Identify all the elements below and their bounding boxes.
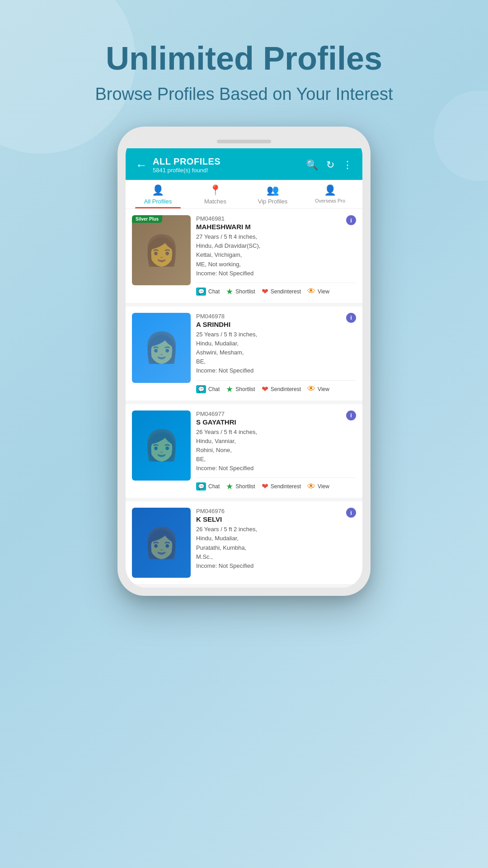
- view-icon-1: 👁: [307, 287, 315, 296]
- tab-bar: 👤 All Profiles 📍 Matches 👥 Vip Profiles …: [126, 180, 362, 209]
- view-button-2[interactable]: 👁 View: [307, 384, 329, 394]
- profile-photo-placeholder-3: 👩: [132, 410, 191, 481]
- profile-info-2: PM046978 A SRINDHI 25 Years / 5 ft 3 inc…: [196, 313, 356, 394]
- tab-overseas-label: Overseas Pro: [315, 198, 345, 203]
- profile-photo-placeholder-2: 👩: [132, 313, 191, 383]
- profile-photo-3[interactable]: 👩: [132, 410, 191, 481]
- view-button-1[interactable]: 👁 View: [307, 287, 329, 296]
- tab-all-profiles-label: All Profiles: [144, 198, 172, 205]
- shortlist-label-2: Shortlist: [235, 386, 255, 392]
- shortlist-icon-3: ★: [226, 481, 233, 491]
- tab-vip-icon: 👥: [267, 184, 279, 196]
- chat-icon-2: 💬: [196, 385, 206, 393]
- tab-all-profiles[interactable]: 👤 All Profiles: [129, 180, 187, 208]
- profile-photo-2[interactable]: 👩: [132, 313, 191, 383]
- view-label-2: View: [318, 386, 329, 392]
- interest-icon-2: ❤: [262, 384, 268, 394]
- chat-label-2: Chat: [208, 386, 220, 392]
- chat-label-3: Chat: [208, 483, 220, 490]
- shortlist-button-3[interactable]: ★ Shortlist: [226, 481, 255, 491]
- interest-label-3: Sendinterest: [271, 483, 301, 490]
- page-header: Unlimited Profiles Browse Profiles Based…: [95, 41, 393, 104]
- phone-notch: [126, 135, 362, 148]
- profile-actions-2: 💬 Chat ★ Shortlist ❤ Sendinterest 👁: [196, 380, 356, 394]
- app-header-left: ← ALL PROFILES 5841 profile(s) found!: [136, 156, 221, 174]
- profile-card-3: 👩 PM046977 S GAYATHRI 26 Years / 5 ft 4 …: [126, 404, 362, 498]
- phone-mockup: ← ALL PROFILES 5841 profile(s) found! 🔍 …: [117, 127, 371, 596]
- app-header-title: ALL PROFILES: [153, 156, 221, 167]
- profile-name-2: A SRINDHI: [196, 321, 356, 328]
- profile-id-3: PM046977: [196, 410, 356, 417]
- chat-button-3[interactable]: 💬 Chat: [196, 482, 220, 491]
- tab-all-profiles-icon: 👤: [152, 184, 164, 196]
- shortlist-label-1: Shortlist: [235, 288, 255, 295]
- profile-photo-4[interactable]: 👩: [132, 508, 191, 578]
- shortlist-label-3: Shortlist: [235, 483, 255, 490]
- more-icon[interactable]: ⋮: [343, 159, 352, 171]
- tab-vip-profiles[interactable]: 👥 Vip Profiles: [244, 180, 301, 208]
- profile-card-1: 👩 Silver Plus PM046981 MAHESHWARI M 27 Y…: [126, 209, 362, 303]
- chat-icon-1: 💬: [196, 288, 206, 296]
- tab-matches[interactable]: 📍 Matches: [187, 180, 244, 208]
- profile-name-3: S GAYATHRI: [196, 418, 356, 426]
- profile-name-4: K SELVI: [196, 515, 356, 523]
- chat-icon-3: 💬: [196, 482, 206, 491]
- tab-matches-label: Matches: [204, 198, 226, 205]
- profile-details-4: 26 Years / 5 ft 2 inches,Hindu, Mudaliar…: [196, 525, 356, 571]
- app-header-icons: 🔍 ↻ ⋮: [306, 159, 352, 171]
- refresh-icon[interactable]: ↻: [326, 159, 334, 171]
- back-icon[interactable]: ←: [136, 158, 147, 172]
- profile-details-1: 27 Years / 5 ft 4 inches,Hindu, Adi Drav…: [196, 232, 356, 278]
- interest-button-1[interactable]: ❤ Sendinterest: [262, 287, 301, 297]
- tab-overseas[interactable]: 👤 Overseas Pro: [301, 180, 359, 208]
- profile-card-2: 👩 PM046978 A SRINDHI 25 Years / 5 ft 3 i…: [126, 307, 362, 401]
- page-subtitle: Browse Profiles Based on Your Interest: [95, 85, 393, 104]
- profile-actions-1: 💬 Chat ★ Shortlist ❤ Sendinterest 👁: [196, 283, 356, 297]
- view-label-1: View: [318, 288, 329, 295]
- person-silhouette-3: 👩: [143, 428, 180, 462]
- profile-details-2: 25 Years / 5 ft 3 inches,Hindu, Mudaliar…: [196, 330, 356, 376]
- profile-name-1: MAHESHWARI M: [196, 223, 356, 231]
- profile-card-4: 👩 PM046976 K SELVI 26 Years / 5 ft 2 inc…: [126, 501, 362, 584]
- tab-overseas-icon: 👤: [324, 184, 336, 196]
- profile-list: 👩 Silver Plus PM046981 MAHESHWARI M 27 Y…: [126, 209, 362, 588]
- app-header: ← ALL PROFILES 5841 profile(s) found! 🔍 …: [126, 148, 362, 180]
- chat-button-1[interactable]: 💬 Chat: [196, 288, 220, 296]
- info-icon-3[interactable]: i: [346, 410, 356, 420]
- person-silhouette-1: 👩: [143, 233, 180, 268]
- page-title: Unlimited Profiles: [95, 41, 393, 76]
- app-header-subtitle: 5841 profile(s) found!: [153, 167, 221, 174]
- profile-details-3: 26 Years / 5 ft 4 inches,Hindu, Vanniar,…: [196, 428, 356, 473]
- interest-button-3[interactable]: ❤ Sendinterest: [262, 481, 301, 491]
- view-button-3[interactable]: 👁 View: [307, 482, 329, 491]
- profile-id-2: PM046978: [196, 313, 356, 320]
- interest-label-2: Sendinterest: [271, 386, 301, 392]
- person-silhouette-2: 👩: [143, 330, 180, 365]
- info-icon-2[interactable]: i: [346, 313, 356, 323]
- person-silhouette-4: 👩: [143, 526, 180, 560]
- tab-matches-icon: 📍: [209, 184, 221, 196]
- profile-actions-3: 💬 Chat ★ Shortlist ❤ Sendinterest 👁: [196, 477, 356, 491]
- profile-photo-placeholder-1: 👩: [132, 215, 191, 285]
- shortlist-button-1[interactable]: ★ Shortlist: [226, 287, 255, 297]
- view-icon-3: 👁: [307, 482, 315, 491]
- profile-id-1: PM046981: [196, 215, 356, 222]
- profile-photo-1[interactable]: 👩 Silver Plus: [132, 215, 191, 285]
- interest-icon-1: ❤: [262, 287, 268, 297]
- view-label-3: View: [318, 483, 329, 490]
- app-header-title-block: ALL PROFILES 5841 profile(s) found!: [153, 156, 221, 174]
- interest-icon-3: ❤: [262, 481, 268, 491]
- interest-button-2[interactable]: ❤ Sendinterest: [262, 384, 301, 394]
- badge-silver-plus-1: Silver Plus: [132, 215, 162, 223]
- phone-inner: ← ALL PROFILES 5841 profile(s) found! 🔍 …: [126, 135, 362, 588]
- profile-info-3: PM046977 S GAYATHRI 26 Years / 5 ft 4 in…: [196, 410, 356, 492]
- shortlist-button-2[interactable]: ★ Shortlist: [226, 384, 255, 394]
- search-icon[interactable]: 🔍: [306, 159, 318, 171]
- profile-id-4: PM046976: [196, 508, 356, 514]
- profile-photo-placeholder-4: 👩: [132, 508, 191, 578]
- interest-label-1: Sendinterest: [271, 288, 301, 295]
- chat-button-2[interactable]: 💬 Chat: [196, 385, 220, 393]
- chat-label-1: Chat: [208, 288, 220, 295]
- tab-vip-label: Vip Profiles: [258, 198, 288, 205]
- notch-bar: [217, 140, 271, 143]
